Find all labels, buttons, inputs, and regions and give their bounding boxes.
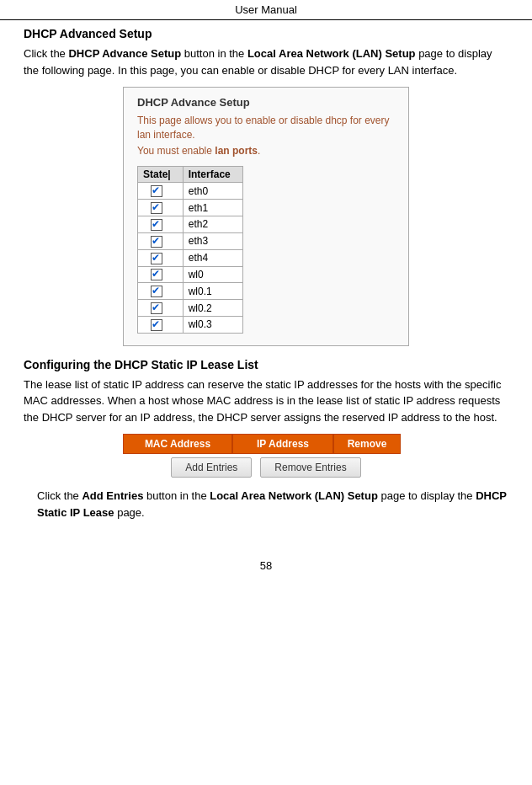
interface-name: wl0.3 xyxy=(183,317,242,334)
lease-header-row: MAC Address IP Address Remove xyxy=(123,434,409,454)
table-header-interface: Interface xyxy=(183,167,242,183)
table-row: wl0 xyxy=(138,266,243,283)
checkbox-cell[interactable] xyxy=(138,317,184,334)
table-header-state: State| xyxy=(138,167,184,183)
add-entries-button[interactable]: Add Entries xyxy=(171,457,252,478)
lease-th-ip: IP Address xyxy=(232,434,333,454)
interface-name: eth4 xyxy=(183,249,242,266)
lease-th-remove: Remove xyxy=(333,434,401,454)
table-row: eth2 xyxy=(138,216,243,233)
page-header: User Manual xyxy=(0,0,532,20)
checkbox-cell[interactable] xyxy=(138,283,184,300)
checkbox-cell[interactable] xyxy=(138,266,184,283)
interface-name: eth3 xyxy=(183,232,242,249)
checkbox-checked-icon xyxy=(151,302,162,314)
checkbox-cell[interactable] xyxy=(138,249,184,266)
ui-box-desc2: You must enable lan ports. xyxy=(137,144,395,158)
page-footer: 58 xyxy=(0,559,532,572)
interface-name: wl0.1 xyxy=(183,283,242,300)
interface-table: State| Interface eth0eth1eth2eth3eth4wl0… xyxy=(137,166,243,333)
interface-name: eth1 xyxy=(183,200,242,216)
checkbox-checked-icon xyxy=(151,253,162,264)
checkbox-cell[interactable] xyxy=(138,216,184,233)
checkbox-cell[interactable] xyxy=(138,300,184,317)
bottom-text: Click the Add Entries button in the Loca… xyxy=(24,488,508,521)
table-row: wl0.3 xyxy=(138,317,243,334)
ui-box-desc1: This page allows you to enable or disabl… xyxy=(137,114,395,142)
section1-body: Click the DHCP Advance Setup button in t… xyxy=(24,45,508,78)
interface-name: eth0 xyxy=(183,183,242,200)
checkbox-checked-icon xyxy=(151,236,162,248)
checkbox-checked-icon xyxy=(151,219,162,231)
interface-name: eth2 xyxy=(183,216,242,233)
interface-name: wl0.2 xyxy=(183,300,242,317)
section2-body: The lease list of static IP address can … xyxy=(24,376,508,426)
table-row: wl0.2 xyxy=(138,300,243,317)
remove-entries-button[interactable]: Remove Entries xyxy=(260,457,360,478)
checkbox-checked-icon xyxy=(151,202,162,214)
lease-th-mac: MAC Address xyxy=(123,434,232,454)
section1-title: DHCP Advanced Setup xyxy=(24,27,508,40)
table-row: wl0.1 xyxy=(138,283,243,300)
table-row: eth0 xyxy=(138,183,243,200)
dhcp-advance-setup-box: DHCP Advance Setup This page allows you … xyxy=(123,87,409,346)
table-row: eth1 xyxy=(138,200,243,216)
checkbox-checked-icon xyxy=(151,185,162,197)
lease-table-wrapper: MAC Address IP Address Remove Add Entrie… xyxy=(123,434,409,478)
table-row: eth4 xyxy=(138,249,243,266)
header-title: User Manual xyxy=(235,3,297,16)
checkbox-cell[interactable] xyxy=(138,183,184,200)
checkbox-checked-icon xyxy=(151,286,162,297)
section2-title: Configuring the DHCP Static IP Lease Lis… xyxy=(24,358,508,371)
interface-name: wl0 xyxy=(183,266,242,283)
checkbox-checked-icon xyxy=(151,319,162,331)
lease-btn-row: Add Entries Remove Entries xyxy=(123,457,409,478)
page-number: 58 xyxy=(260,559,272,572)
table-row: eth3 xyxy=(138,232,243,249)
checkbox-cell[interactable] xyxy=(138,232,184,249)
checkbox-checked-icon xyxy=(151,269,162,280)
checkbox-cell[interactable] xyxy=(138,200,184,216)
ui-box-title: DHCP Advance Setup xyxy=(137,96,395,109)
